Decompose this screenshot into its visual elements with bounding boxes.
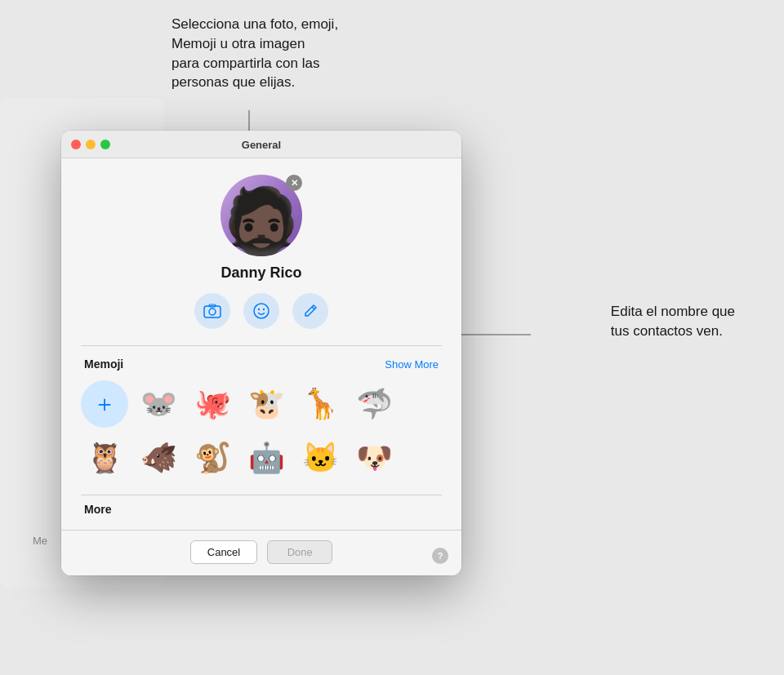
cancel-button[interactable]: Cancel: [190, 540, 257, 564]
memoji-title: Memoji: [84, 357, 123, 371]
edit-name-button[interactable]: [292, 293, 328, 329]
more-section: More: [81, 495, 442, 523]
emoji-dog[interactable]: 🐶: [350, 434, 398, 482]
emoji-giraffe[interactable]: 🦒: [296, 380, 344, 428]
profile-name: Danny Rico: [220, 264, 301, 282]
title-bar: General: [61, 131, 461, 158]
emoji-icon: [252, 302, 270, 320]
avatar-container: 🧔🏿 ✕: [220, 175, 302, 256]
emoji-boar[interactable]: 🐗: [135, 434, 182, 482]
more-title: More: [84, 503, 111, 516]
camera-icon: [203, 302, 221, 320]
memoji-section: Memoji Show More ＋ 🐭 🐙 🐮 🦒 🦈 🦉 🐗 🐒 🤖 🐱 🐶: [81, 346, 442, 495]
emoji-monkey[interactable]: 🐒: [189, 434, 236, 482]
avatar-remove-button[interactable]: ✕: [286, 175, 302, 191]
profile-section: 🧔🏿 ✕ Danny Rico: [81, 175, 442, 345]
dialog-footer: Cancel Done: [61, 530, 461, 575]
dialog-content: 🧔🏿 ✕ Danny Rico: [61, 158, 461, 523]
annotation-right: Edita el nombre que tus contactos ven.: [611, 302, 735, 341]
add-memoji-button[interactable]: ＋: [81, 380, 128, 428]
action-buttons: [194, 293, 328, 329]
show-more-link[interactable]: Show More: [385, 358, 439, 371]
emoji-cat[interactable]: 🐱: [296, 434, 344, 482]
emoji-row-2: 🦉 🐗 🐒 🤖 🐱 🐶: [81, 434, 442, 482]
memoji-header: Memoji Show More: [81, 357, 442, 371]
svg-rect-2: [204, 306, 220, 318]
svg-point-6: [258, 309, 260, 310]
help-button[interactable]: ?: [432, 548, 448, 564]
close-button[interactable]: [71, 140, 81, 149]
svg-point-7: [263, 309, 265, 310]
maximize-button[interactable]: [100, 140, 110, 149]
avatar-image: 🧔🏿: [220, 184, 302, 257]
emoji-action-button[interactable]: [243, 293, 279, 329]
window-title: General: [242, 139, 281, 151]
emoji-row-1: ＋ 🐭 🐙 🐮 🦒 🦈: [81, 380, 442, 428]
emoji-shark[interactable]: 🦈: [350, 380, 398, 428]
emoji-cow[interactable]: 🐮: [243, 380, 290, 428]
minimize-button[interactable]: [86, 140, 96, 149]
emoji-robot[interactable]: 🤖: [243, 434, 290, 482]
pencil-icon: [302, 303, 318, 319]
annotation-top: Selecciona una foto, emoji, Memoji u otr…: [172, 15, 338, 92]
emoji-octopus[interactable]: 🐙: [189, 380, 236, 428]
svg-line-8: [312, 307, 314, 309]
traffic-lights: [71, 140, 110, 149]
emoji-owl[interactable]: 🦉: [81, 434, 128, 482]
dialog-window: General 🧔🏿 ✕ Danny Rico: [61, 131, 461, 575]
svg-point-5: [254, 304, 269, 318]
done-button: Done: [267, 540, 332, 564]
svg-point-3: [209, 309, 216, 315]
photo-action-button[interactable]: [194, 293, 230, 329]
emoji-mouse[interactable]: 🐭: [135, 380, 182, 428]
me-label: Me: [33, 535, 47, 547]
